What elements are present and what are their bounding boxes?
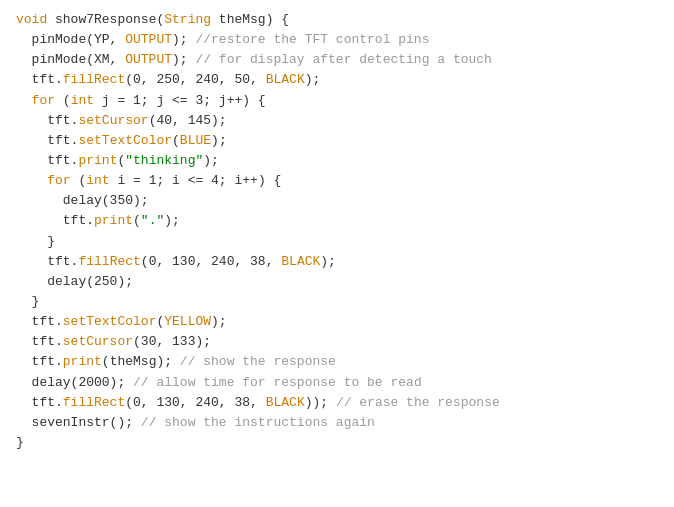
code-line: tft.setCursor(30, 133); [16,332,658,352]
code-line: delay(250); [16,272,658,292]
code-line: tft.print(theMsg); // show the response [16,352,658,372]
code-block: void show7Response(String theMsg) { pinM… [0,0,674,507]
code-line: tft.print("thinking"); [16,151,658,171]
code-line: delay(2000); // allow time for response … [16,373,658,393]
code-line: tft.fillRect(0, 250, 240, 50, BLACK); [16,70,658,90]
code-line: tft.setTextColor(YELLOW); [16,312,658,332]
code-line: tft.print("."); [16,211,658,231]
code-line: sevenInstr(); // show the instructions a… [16,413,658,433]
code-line: pinMode(XM, OUTPUT); // for display afte… [16,50,658,70]
code-line: tft.setCursor(40, 145); [16,111,658,131]
code-line: tft.fillRect(0, 130, 240, 38, BLACK)); /… [16,393,658,413]
code-line: void show7Response(String theMsg) { [16,10,658,30]
code-line: for (int j = 1; j <= 3; j++) { [16,91,658,111]
code-line: } [16,433,658,453]
code-line: } [16,232,658,252]
code-line: pinMode(YP, OUTPUT); //restore the TFT c… [16,30,658,50]
code-line: tft.setTextColor(BLUE); [16,131,658,151]
code-line: tft.fillRect(0, 130, 240, 38, BLACK); [16,252,658,272]
code-line: for (int i = 1; i <= 4; i++) { [16,171,658,191]
code-line: delay(350); [16,191,658,211]
code-line: } [16,292,658,312]
